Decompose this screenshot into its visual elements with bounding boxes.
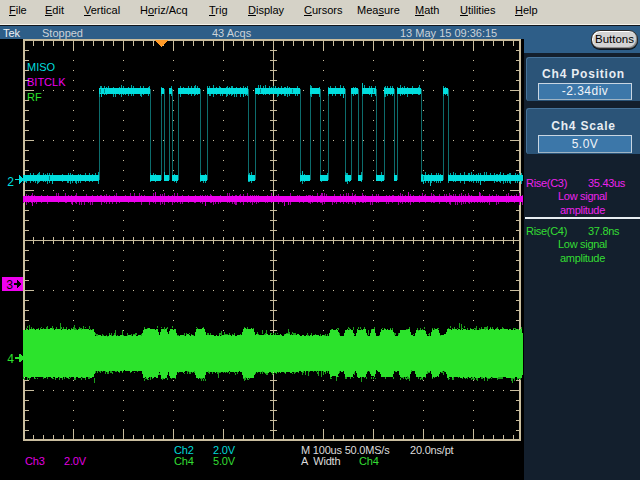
svg-text:3: 3	[6, 279, 13, 293]
svg-text:4: 4	[7, 353, 14, 367]
svg-text:RF: RF	[27, 91, 42, 103]
svg-text:MISO: MISO	[27, 61, 56, 73]
svg-text:2: 2	[7, 176, 14, 190]
svg-text:BITCLK: BITCLK	[27, 76, 66, 88]
